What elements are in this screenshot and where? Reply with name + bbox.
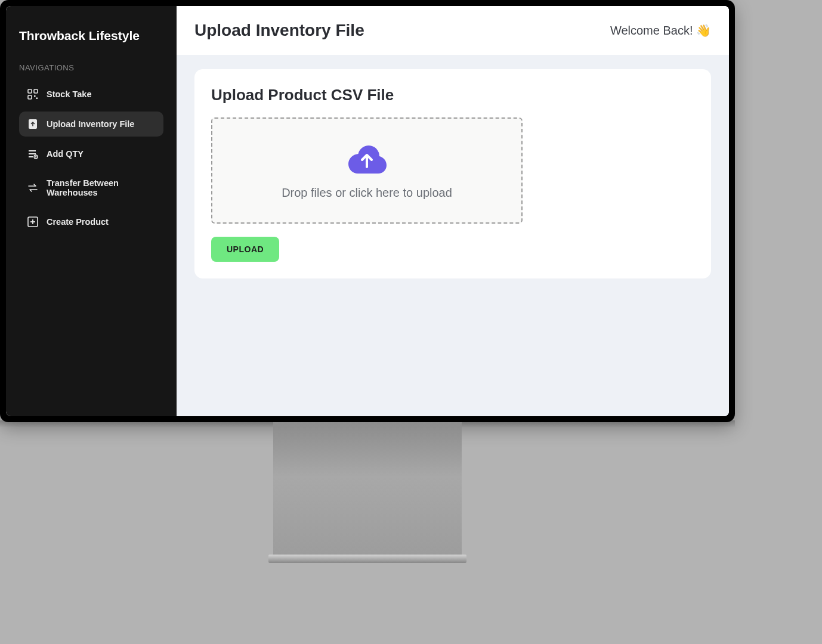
sidebar-item-label: Stock Take (47, 89, 92, 99)
plus-icon (27, 216, 38, 227)
app-screen: Throwback Lifestyle NAVIGATIONS Stock Ta… (6, 6, 729, 416)
sidebar: Throwback Lifestyle NAVIGATIONS Stock Ta… (6, 6, 177, 416)
sidebar-item-stock-take[interactable]: Stock Take (19, 82, 163, 107)
sidebar-item-label: Create Product (47, 217, 109, 227)
transfer-icon (27, 182, 38, 193)
sidebar-item-upload-inventory[interactable]: Upload Inventory File (19, 112, 163, 137)
upload-file-icon (27, 119, 38, 129)
monitor-frame: Throwback Lifestyle NAVIGATIONS Stock Ta… (0, 0, 735, 422)
welcome-text: Welcome Back! 👋 (610, 23, 711, 38)
nav-section-label: NAVIGATIONS (6, 63, 177, 82)
sidebar-item-transfer-warehouses[interactable]: Transfer Between Warehouses (19, 171, 163, 205)
nav-list: Stock Take Upload Inventory File (6, 82, 177, 234)
dropzone-text: Drop files or click here to upload (282, 186, 452, 200)
svg-rect-0 (28, 89, 32, 93)
header: Upload Inventory File Welcome Back! 👋 (177, 6, 729, 55)
sidebar-item-create-product[interactable]: Create Product (19, 209, 163, 234)
sidebar-item-label: Transfer Between Warehouses (47, 178, 155, 197)
monitor-base (268, 555, 466, 563)
svg-rect-1 (34, 89, 38, 93)
svg-rect-2 (28, 95, 32, 99)
upload-card: Upload Product CSV File Drop files or cl… (194, 69, 711, 278)
upload-button[interactable]: UPLOAD (211, 237, 279, 262)
monitor-stand (273, 422, 462, 559)
svg-rect-4 (36, 98, 38, 100)
page-title: Upload Inventory File (194, 21, 364, 40)
main-area: Upload Inventory File Welcome Back! 👋 Up… (177, 6, 729, 416)
sidebar-item-label: Add QTY (47, 149, 84, 159)
card-title: Upload Product CSV File (211, 86, 694, 104)
svg-rect-3 (34, 95, 36, 97)
sidebar-item-add-qty[interactable]: Add QTY (19, 141, 163, 166)
content: Upload Product CSV File Drop files or cl… (177, 55, 729, 293)
qr-icon (27, 89, 38, 100)
add-qty-icon (27, 148, 38, 159)
file-dropzone[interactable]: Drop files or click here to upload (211, 117, 523, 224)
brand-title: Throwback Lifestyle (6, 29, 177, 63)
sidebar-item-label: Upload Inventory File (47, 119, 134, 129)
cloud-upload-icon (345, 142, 389, 177)
